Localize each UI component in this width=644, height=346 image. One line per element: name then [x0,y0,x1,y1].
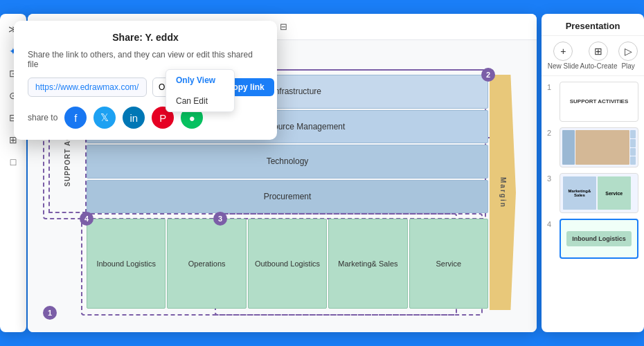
play-button[interactable]: ▷ Play [618,42,638,70]
layout-tool[interactable]: ⊟ [276,19,291,35]
slide-item-2[interactable]: 2 [547,127,638,167]
share-modal: Share: Y. eddx Share the link to others,… [14,21,277,140]
inbound-logistics-cell[interactable]: Inbound Logistics [87,219,166,309]
slide-number-4: 4 [547,219,555,228]
twitter-share-button[interactable]: 𝕏 [93,107,116,129]
outbound-logistics-cell[interactable]: Outbound Logistics [248,219,327,309]
slide-thumbnail-1[interactable]: SUPPORT ACTIVITIES [560,82,638,122]
slide-item-1[interactable]: 1 SUPPORT ACTIVITIES [547,82,638,122]
panel-actions: + New Slide ⊞ Auto-Create ▷ Play [542,36,644,76]
slide-number-1: 1 [547,82,555,91]
badge-3: 3 [213,212,227,226]
slide-item-3[interactable]: 3 Marketing& Sales Service [547,173,638,213]
share-link-input[interactable] [28,78,147,97]
slide-3-service: Service [598,176,631,210]
panel-title: Presentation [542,14,644,36]
facebook-share-button[interactable]: f [64,107,87,129]
slide-1-text: SUPPORT ACTIVITIES [570,98,629,105]
share-description: Share the link to others, and they can v… [28,50,263,69]
procurement-row[interactable]: Procurement [87,180,488,214]
share-modal-title: Share: Y. eddx [28,32,263,43]
new-slide-icon: + [553,42,573,61]
slide-4-text: Inbound Logistics [566,231,632,246]
slide-number-2: 2 [547,127,555,137]
service-cell[interactable]: Service [409,219,488,309]
auto-create-button[interactable]: ⊞ Auto-Create [580,42,618,70]
badge-2: 2 [481,68,495,82]
linkedin-share-button[interactable]: in [123,107,145,129]
square-icon[interactable]: □ [3,152,23,172]
margin-label: Margin [499,177,507,208]
right-panel: Presentation + New Slide ⊞ Auto-Create ▷… [542,14,644,332]
slide-item-4[interactable]: 4 Inbound Logistics [547,219,638,259]
auto-create-icon: ⊞ [589,42,608,61]
view-dropdown-menu: Only View Can Edit [166,69,235,112]
marketing-sales-cell[interactable]: Marketing& Sales [328,219,407,309]
slide-3-marketing: Marketing& Sales [563,176,596,210]
can-edit-option[interactable]: Can Edit [166,91,234,111]
primary-rows: Inbound Logistics Operations Outbound Lo… [87,219,488,309]
technology-row[interactable]: Technology [87,145,488,179]
badge-4: 4 [80,212,93,226]
slide-number-3: 3 [547,173,555,183]
slide-thumbnail-2[interactable] [560,127,638,167]
slides-list: 1 SUPPORT ACTIVITIES 2 3 [542,76,644,332]
slide-thumbnail-4[interactable]: Inbound Logistics [560,219,638,259]
new-slide-button[interactable]: + New Slide [548,42,579,70]
only-view-option[interactable]: Only View [166,70,234,91]
play-icon: ▷ [618,42,638,61]
badge-1: 1 [43,306,57,320]
slide-thumbnail-3[interactable]: Marketing& Sales Service [560,173,638,213]
share-to-label: share to [28,113,57,122]
margin-arrow: Margin [490,75,516,310]
operations-cell[interactable]: Operations [167,219,246,309]
